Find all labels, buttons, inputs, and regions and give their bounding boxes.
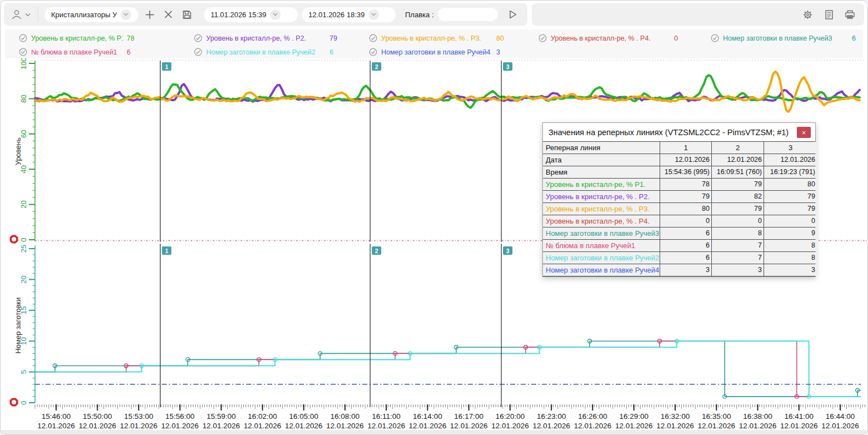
svg-text:2: 2 [375, 248, 378, 254]
table-cell: 79 [712, 179, 764, 190]
user-icon [11, 9, 23, 20]
chevron-down-icon [270, 9, 281, 20]
table-cell: 0 [660, 215, 711, 227]
table-cell: 8 [764, 240, 817, 251]
legend-item[interactable]: Номер заготовки в плавке Ручей36 [711, 31, 863, 45]
table-cell: 0 [764, 215, 817, 227]
time-tick-label: 16:41:00 [784, 412, 814, 421]
billet-series [35, 341, 861, 397]
table-cell: 16:19:23 (791) [764, 166, 817, 178]
check-circle-icon [538, 34, 547, 42]
table-cell: Номер заготовки в плавке Ручей3 [543, 228, 660, 239]
ref-line-3[interactable]: 33 [501, 61, 512, 407]
time-tick-label: 16:20:00 [496, 412, 525, 421]
legend-item[interactable]: Уровень в кристалл-ре, % . P2.79 [194, 31, 369, 45]
ref-line-1[interactable]: 11 [160, 61, 171, 407]
date-tick-label: 12.01.2026 [409, 422, 447, 430]
date-tick-label: 12.01.2026 [78, 422, 116, 430]
template-select[interactable]: Кристаллизаторы У [44, 7, 138, 22]
date-from-picker[interactable]: 11.01.2026 15:39 [204, 7, 298, 22]
time-axis-ruler: 15:46:0012.01.202615:50:0012.01.202615:5… [35, 404, 865, 430]
legend-item[interactable]: Номер заготовки в плавке Ручей26 [194, 45, 369, 59]
legend-label: Уровень в кристалл-ре, % . P2. [206, 34, 326, 42]
stop-record-icon[interactable] [11, 399, 17, 406]
legend-label: № блюма в плавке Ручей1 [31, 48, 123, 56]
table-cell: 15:54:36 (995) [660, 166, 711, 178]
reference-values-table: Реперная линия123Дата12.01.202612.01.202… [543, 141, 815, 276]
table-cell: 12.01.2026 [660, 154, 711, 166]
svg-text:2: 2 [375, 63, 378, 70]
user-menu-button[interactable] [9, 8, 32, 21]
time-tick-label: 16:11:00 [372, 412, 401, 421]
remove-button[interactable] [161, 8, 176, 21]
legend-value: 80 [496, 34, 504, 42]
table-cell: Дата [543, 154, 660, 166]
save-button[interactable] [179, 8, 194, 21]
legend-panel: Уровень в кристалл-ре, % P1.78№ блюма в … [5, 29, 863, 58]
popup-close-button[interactable]: × [797, 127, 811, 138]
time-tick-label: 16:44:00 [826, 412, 855, 421]
svg-text:40: 40 [19, 165, 28, 173]
play-button[interactable] [506, 8, 520, 21]
svg-text:100: 100 [19, 57, 28, 70]
date-tick-label: 12.01.2026 [739, 422, 777, 430]
date-tick-label: 12.01.2026 [615, 422, 653, 430]
add-button[interactable] [142, 8, 157, 21]
chevron-down-icon [25, 13, 31, 17]
melt-label: Плавка : [405, 11, 434, 19]
svg-text:0: 0 [19, 401, 28, 404]
table-cell: 79 [764, 203, 817, 215]
print-button[interactable] [842, 8, 857, 21]
report-button[interactable] [822, 8, 836, 21]
date-tick-label: 12.01.2026 [450, 422, 488, 430]
table-cell: 79 [764, 191, 817, 202]
popup-title: Значения на реперных линиях (VTZSML2CC2 … [548, 128, 789, 137]
table-cell: 6 [660, 228, 711, 239]
time-tick-label: 15:59:00 [207, 412, 236, 421]
table-cell: 7 [712, 252, 764, 264]
legend-item[interactable]: Уровень в кристалл-ре, % P1.78 [19, 31, 194, 45]
legend-item[interactable]: Уровень в кристалл-ре, % . P3.80 [369, 31, 538, 45]
chevron-down-icon [368, 9, 379, 20]
table-cell: 3 [660, 264, 711, 276]
table-cell: 80 [764, 179, 817, 190]
table-cell: 3 [764, 142, 817, 154]
svg-text:Номер заготовки: Номер заготовки [14, 297, 22, 353]
play-icon [509, 10, 517, 19]
legend-label: Уровень в кристалл-ре, % P1. [31, 34, 123, 42]
printer-icon [845, 10, 855, 19]
date-tick-label: 12.01.2026 [161, 422, 199, 430]
date-tick-label: 12.01.2026 [244, 422, 282, 430]
toolbar-right-group [532, 3, 864, 26]
table-cell: 0 [712, 215, 764, 227]
table-cell: Уровень в кристалл-ре, % . P4. [543, 215, 660, 227]
template-select-value: Кристаллизаторы У [51, 11, 117, 19]
footer-strip [1, 430, 867, 434]
legend-label: Уровень в кристалл-ре, % . P4. [551, 34, 670, 42]
table-cell: 80 [660, 203, 711, 215]
legend-value: 6 [330, 48, 333, 56]
table-cell: Уровень в кристалл-ре, % . P3. [543, 203, 660, 215]
legend-item[interactable]: № блюма в плавке Ручей16 [19, 45, 194, 59]
settings-button[interactable] [800, 8, 816, 22]
check-circle-icon [19, 48, 27, 56]
legend-value: 6 [127, 48, 131, 56]
time-tick-label: 15:56:00 [166, 412, 195, 421]
date-tick-label: 12.01.2026 [780, 422, 818, 430]
date-to-picker[interactable]: 12.01.2026 18:39 [302, 7, 396, 22]
stop-record-icon[interactable] [11, 236, 17, 243]
table-cell: 79 [660, 191, 711, 202]
melt-input[interactable] [438, 8, 498, 21]
date-tick-label: 12.01.2026 [202, 422, 240, 430]
legend-label: Номер заготовки в плавке Ручей3 [723, 34, 848, 42]
date-from-value: 11.01.2026 15:39 [211, 11, 266, 19]
table-cell: 3 [712, 264, 764, 276]
legend-item[interactable]: Уровень в кристалл-ре, % . P4.0 [538, 31, 711, 45]
legend-item[interactable]: Номер заготовки в плавке Ручей43 [369, 45, 538, 59]
legend-value: 3 [496, 48, 500, 56]
legend-value: 6 [852, 34, 856, 42]
ref-line-2[interactable]: 22 [370, 61, 381, 407]
time-tick-label: 15:50:00 [83, 412, 112, 421]
svg-text:20: 20 [19, 200, 28, 208]
svg-text:3: 3 [506, 248, 510, 254]
